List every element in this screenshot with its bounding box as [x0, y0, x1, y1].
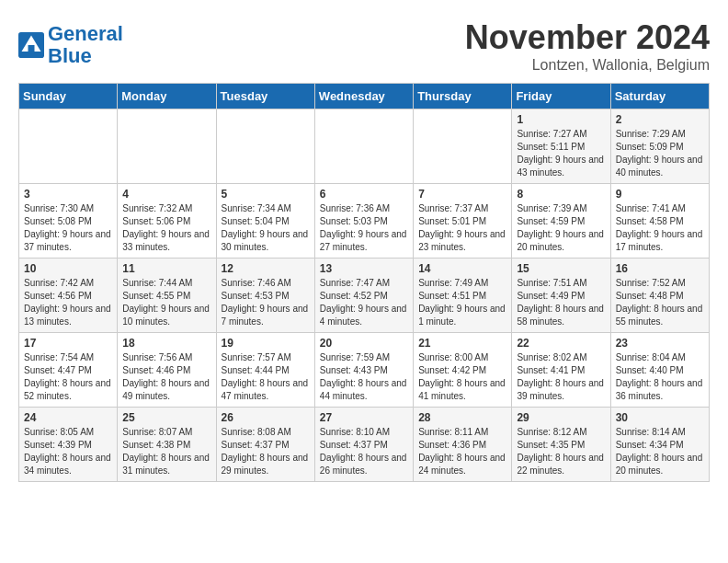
calendar-cell: 30Sunrise: 8:14 AM Sunset: 4:34 PM Dayli…	[610, 408, 709, 482]
day-number: 3	[24, 188, 112, 201]
calendar-cell: 13Sunrise: 7:47 AM Sunset: 4:52 PM Dayli…	[314, 259, 413, 333]
day-info: Sunrise: 8:02 AM Sunset: 4:41 PM Dayligh…	[517, 351, 605, 403]
day-header-monday: Monday	[118, 84, 216, 109]
header-row: SundayMondayTuesdayWednesdayThursdayFrid…	[19, 84, 710, 109]
day-info: Sunrise: 7:44 AM Sunset: 4:55 PM Dayligh…	[122, 277, 210, 328]
day-info: Sunrise: 8:05 AM Sunset: 4:39 PM Dayligh…	[24, 426, 112, 477]
day-number: 5	[222, 188, 310, 201]
header: General Blue November 2024 Lontzen, Wall…	[18, 18, 710, 74]
calendar-cell: 29Sunrise: 8:12 AM Sunset: 4:35 PM Dayli…	[512, 408, 610, 482]
calendar-cell: 2Sunrise: 7:29 AM Sunset: 5:09 PM Daylig…	[610, 109, 709, 184]
day-info: Sunrise: 7:52 AM Sunset: 4:48 PM Dayligh…	[616, 277, 704, 328]
week-row-4: 17Sunrise: 7:54 AM Sunset: 4:47 PM Dayli…	[19, 333, 710, 408]
day-info: Sunrise: 8:11 AM Sunset: 4:36 PM Dayligh…	[418, 426, 506, 477]
day-number: 21	[418, 337, 506, 350]
calendar-cell: 23Sunrise: 8:04 AM Sunset: 4:40 PM Dayli…	[610, 333, 709, 408]
calendar-cell	[19, 109, 118, 184]
calendar-cell: 18Sunrise: 7:56 AM Sunset: 4:46 PM Dayli…	[118, 333, 216, 408]
calendar-cell: 20Sunrise: 7:59 AM Sunset: 4:43 PM Dayli…	[314, 333, 413, 408]
day-number: 9	[616, 188, 704, 201]
day-info: Sunrise: 7:39 AM Sunset: 4:59 PM Dayligh…	[517, 202, 605, 254]
day-header-sunday: Sunday	[19, 84, 118, 109]
calendar-cell: 1Sunrise: 7:27 AM Sunset: 5:11 PM Daylig…	[512, 109, 610, 184]
week-row-2: 3Sunrise: 7:30 AM Sunset: 5:08 PM Daylig…	[19, 184, 710, 259]
day-number: 24	[24, 411, 112, 424]
day-info: Sunrise: 7:56 AM Sunset: 4:46 PM Dayligh…	[122, 351, 210, 403]
day-info: Sunrise: 7:41 AM Sunset: 4:58 PM Dayligh…	[616, 202, 704, 254]
day-number: 28	[418, 411, 506, 424]
day-info: Sunrise: 8:10 AM Sunset: 4:37 PM Dayligh…	[320, 426, 408, 477]
day-number: 10	[24, 262, 112, 275]
month-title: November 2024	[465, 18, 710, 57]
day-number: 17	[24, 337, 112, 350]
calendar-cell: 7Sunrise: 7:37 AM Sunset: 5:01 PM Daylig…	[414, 184, 512, 259]
day-info: Sunrise: 7:59 AM Sunset: 4:43 PM Dayligh…	[320, 351, 408, 403]
logo-line1: General	[48, 22, 123, 45]
calendar-cell: 9Sunrise: 7:41 AM Sunset: 4:58 PM Daylig…	[610, 184, 709, 259]
day-info: Sunrise: 8:07 AM Sunset: 4:38 PM Dayligh…	[122, 426, 210, 477]
title-block: November 2024 Lontzen, Wallonia, Belgium	[465, 18, 710, 74]
day-info: Sunrise: 7:30 AM Sunset: 5:08 PM Dayligh…	[24, 202, 112, 254]
day-number: 15	[517, 262, 605, 275]
day-number: 1	[517, 113, 605, 126]
day-number: 18	[122, 337, 210, 350]
day-header-thursday: Thursday	[414, 84, 512, 109]
calendar-cell: 14Sunrise: 7:49 AM Sunset: 4:51 PM Dayli…	[414, 259, 512, 333]
logo-icon	[18, 32, 44, 58]
calendar-cell	[414, 109, 512, 184]
calendar-cell: 5Sunrise: 7:34 AM Sunset: 5:04 PM Daylig…	[216, 184, 314, 259]
day-number: 26	[222, 411, 310, 424]
calendar-cell: 26Sunrise: 8:08 AM Sunset: 4:37 PM Dayli…	[216, 408, 314, 482]
day-number: 4	[122, 188, 210, 201]
week-row-1: 1Sunrise: 7:27 AM Sunset: 5:11 PM Daylig…	[19, 109, 710, 184]
day-number: 7	[418, 188, 506, 201]
day-info: Sunrise: 7:27 AM Sunset: 5:11 PM Dayligh…	[517, 128, 605, 179]
day-number: 2	[616, 113, 704, 126]
calendar-body: 1Sunrise: 7:27 AM Sunset: 5:11 PM Daylig…	[19, 109, 710, 482]
calendar-cell	[314, 109, 413, 184]
calendar-cell: 25Sunrise: 8:07 AM Sunset: 4:38 PM Dayli…	[118, 408, 216, 482]
day-header-tuesday: Tuesday	[216, 84, 314, 109]
day-info: Sunrise: 8:12 AM Sunset: 4:35 PM Dayligh…	[517, 426, 605, 477]
day-info: Sunrise: 7:42 AM Sunset: 4:56 PM Dayligh…	[24, 277, 112, 328]
day-number: 27	[320, 411, 408, 424]
calendar-cell: 8Sunrise: 7:39 AM Sunset: 4:59 PM Daylig…	[512, 184, 610, 259]
day-info: Sunrise: 7:29 AM Sunset: 5:09 PM Dayligh…	[616, 128, 704, 179]
day-info: Sunrise: 8:04 AM Sunset: 4:40 PM Dayligh…	[616, 351, 704, 403]
calendar-cell	[118, 109, 216, 184]
calendar-cell: 12Sunrise: 7:46 AM Sunset: 4:53 PM Dayli…	[216, 259, 314, 333]
day-info: Sunrise: 7:34 AM Sunset: 5:04 PM Dayligh…	[222, 202, 310, 254]
day-info: Sunrise: 7:51 AM Sunset: 4:49 PM Dayligh…	[517, 277, 605, 328]
day-number: 16	[616, 262, 704, 275]
week-row-5: 24Sunrise: 8:05 AM Sunset: 4:39 PM Dayli…	[19, 408, 710, 482]
day-header-friday: Friday	[512, 84, 610, 109]
calendar-cell: 17Sunrise: 7:54 AM Sunset: 4:47 PM Dayli…	[19, 333, 118, 408]
calendar-cell: 3Sunrise: 7:30 AM Sunset: 5:08 PM Daylig…	[19, 184, 118, 259]
calendar-cell: 4Sunrise: 7:32 AM Sunset: 5:06 PM Daylig…	[118, 184, 216, 259]
day-number: 11	[122, 262, 210, 275]
svg-rect-2	[28, 45, 35, 54]
calendar-cell: 19Sunrise: 7:57 AM Sunset: 4:44 PM Dayli…	[216, 333, 314, 408]
week-row-3: 10Sunrise: 7:42 AM Sunset: 4:56 PM Dayli…	[19, 259, 710, 333]
day-number: 23	[616, 337, 704, 350]
day-info: Sunrise: 7:32 AM Sunset: 5:06 PM Dayligh…	[122, 202, 210, 254]
day-info: Sunrise: 7:54 AM Sunset: 4:47 PM Dayligh…	[24, 351, 112, 403]
day-number: 12	[222, 262, 310, 275]
logo: General Blue	[18, 23, 123, 67]
day-info: Sunrise: 7:57 AM Sunset: 4:44 PM Dayligh…	[222, 351, 310, 403]
calendar-cell: 11Sunrise: 7:44 AM Sunset: 4:55 PM Dayli…	[118, 259, 216, 333]
day-info: Sunrise: 7:36 AM Sunset: 5:03 PM Dayligh…	[320, 202, 408, 254]
day-number: 14	[418, 262, 506, 275]
calendar-table: SundayMondayTuesdayWednesdayThursdayFrid…	[18, 83, 710, 482]
calendar-cell: 6Sunrise: 7:36 AM Sunset: 5:03 PM Daylig…	[314, 184, 413, 259]
calendar-cell: 21Sunrise: 8:00 AM Sunset: 4:42 PM Dayli…	[414, 333, 512, 408]
day-number: 19	[222, 337, 310, 350]
calendar-cell: 15Sunrise: 7:51 AM Sunset: 4:49 PM Dayli…	[512, 259, 610, 333]
calendar-cell: 24Sunrise: 8:05 AM Sunset: 4:39 PM Dayli…	[19, 408, 118, 482]
day-info: Sunrise: 7:49 AM Sunset: 4:51 PM Dayligh…	[418, 277, 506, 328]
day-info: Sunrise: 8:14 AM Sunset: 4:34 PM Dayligh…	[616, 426, 704, 477]
day-info: Sunrise: 8:08 AM Sunset: 4:37 PM Dayligh…	[222, 426, 310, 477]
calendar-cell: 27Sunrise: 8:10 AM Sunset: 4:37 PM Dayli…	[314, 408, 413, 482]
day-number: 22	[517, 337, 605, 350]
day-info: Sunrise: 8:00 AM Sunset: 4:42 PM Dayligh…	[418, 351, 506, 403]
